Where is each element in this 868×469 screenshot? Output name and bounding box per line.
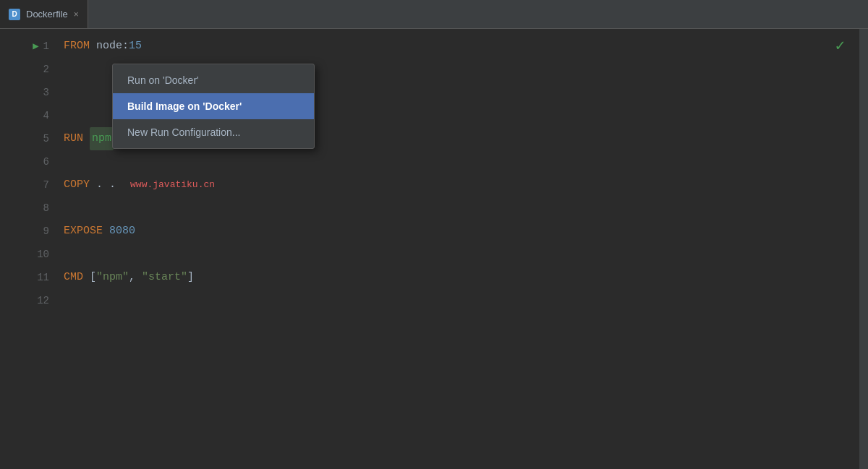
val-npm: npm — [90, 127, 114, 150]
val-8080: 8080 — [109, 220, 135, 243]
code-line-6 — [58, 150, 859, 173]
line-numbers: ▶ 1 2 3 4 5 6 7 8 9 10 11 12 — [0, 29, 58, 469]
editor-area: ▶ 1 2 3 4 5 6 7 8 9 10 11 12 FROM node:1… — [0, 29, 868, 469]
line-num-11: 11 — [0, 266, 49, 289]
dropdown-item-new-config[interactable]: New Run Configuration... — [113, 119, 314, 145]
checkmark-icon: ✓ — [835, 36, 845, 56]
dockerfile-icon: D — [9, 9, 20, 20]
code-content: FROM node:15 RUN npm install COPY . . ww… — [58, 29, 859, 469]
tab-title: Dockerfile — [26, 9, 68, 20]
dropdown-item-run[interactable]: Run on 'Docker' — [113, 67, 314, 93]
line-num-7: 7 — [0, 173, 49, 197]
tab-bar: D Dockerfile × — [0, 0, 868, 29]
code-line-1: FROM node:15 — [58, 35, 859, 58]
tab-close-button[interactable]: × — [74, 10, 79, 19]
line-num-5: 5 — [0, 127, 49, 150]
run-icon[interactable]: ▶ — [33, 38, 38, 54]
dropdown-menu: Run on 'Docker' Build Image on 'Docker' … — [112, 64, 315, 149]
scrollbar[interactable] — [859, 29, 868, 469]
keyword-from: FROM — [64, 35, 90, 58]
dropdown-item-build[interactable]: Build Image on 'Docker' — [113, 93, 314, 119]
keyword-run: RUN — [64, 127, 83, 150]
line-num-9: 9 — [0, 220, 49, 243]
dockerfile-tab[interactable]: D Dockerfile × — [0, 0, 88, 28]
keyword-expose: EXPOSE — [64, 220, 103, 243]
line-num-3: 3 — [0, 81, 49, 104]
line-num-12: 12 — [0, 289, 49, 312]
line-num-6: 6 — [0, 150, 49, 173]
line-num-2: 2 — [0, 58, 49, 81]
code-line-12 — [58, 289, 859, 312]
line-num-4: 4 — [0, 104, 49, 127]
line-num-8: 8 — [0, 197, 49, 220]
line-num-10: 10 — [0, 243, 49, 266]
code-line-10 — [58, 243, 859, 266]
watermark-text: www.javatiku.cn — [130, 173, 215, 197]
line-num-1: ▶ 1 — [0, 35, 49, 58]
code-line-7: COPY . . www.javatiku.cn — [58, 173, 859, 197]
code-line-11: CMD ["npm", "start"] — [58, 266, 859, 289]
code-line-9: EXPOSE 8080 — [58, 220, 859, 243]
keyword-cmd: CMD — [64, 266, 83, 289]
keyword-copy: COPY — [64, 173, 90, 197]
code-line-8 — [58, 197, 859, 220]
